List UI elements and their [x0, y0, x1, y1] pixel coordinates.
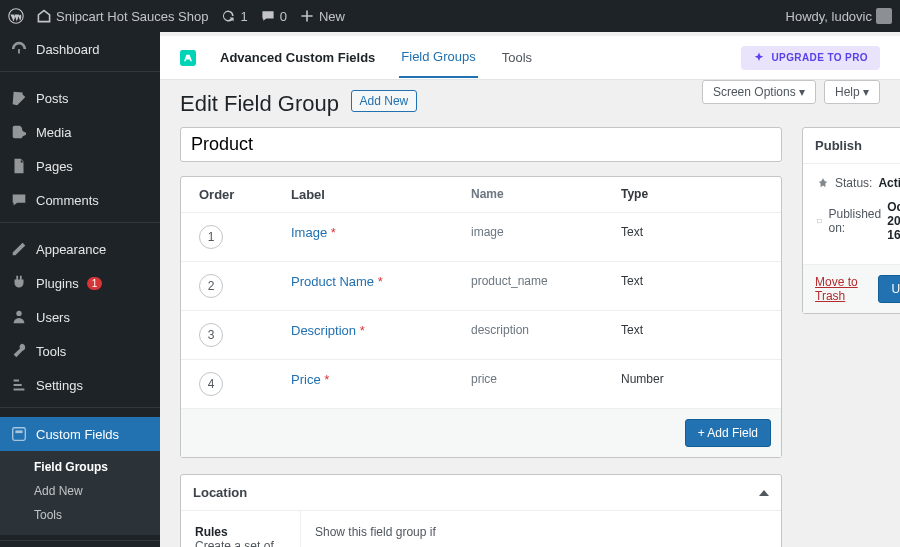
- updates-link[interactable]: 1: [220, 8, 247, 24]
- submenu-custom-fields: Field Groups Add New Tools: [0, 451, 160, 535]
- submenu-tools[interactable]: Tools: [0, 503, 160, 527]
- field-type: Text: [621, 323, 781, 347]
- field-row[interactable]: 3Description *descriptionText: [181, 311, 781, 360]
- menu-users[interactable]: Users: [0, 300, 160, 334]
- svg-rect-3: [15, 430, 22, 433]
- group-title-input[interactable]: [180, 127, 782, 162]
- location-toggle[interactable]: Location: [181, 475, 781, 511]
- col-type: Type: [621, 187, 781, 202]
- field-label-link[interactable]: Description: [291, 323, 356, 338]
- col-label: Label: [291, 187, 471, 202]
- chevron-up-icon: [759, 490, 769, 496]
- pin-icon: [817, 177, 829, 189]
- field-type: Text: [621, 274, 781, 298]
- svg-rect-2: [13, 428, 26, 441]
- field-type: Text: [621, 225, 781, 249]
- publish-toggle[interactable]: Publish: [803, 128, 900, 164]
- new-content-link[interactable]: New: [299, 8, 345, 24]
- order-handle[interactable]: 1: [199, 225, 223, 249]
- field-row[interactable]: 2Product Name *product_nameText: [181, 262, 781, 311]
- site-name-link[interactable]: Snipcart Hot Sauces Shop: [36, 8, 208, 24]
- screen-options-button[interactable]: Screen Options ▾: [702, 80, 816, 104]
- submenu-add-new[interactable]: Add New: [0, 479, 160, 503]
- avatar: [876, 8, 892, 24]
- field-name: description: [471, 323, 621, 347]
- field-name: price: [471, 372, 621, 396]
- menu-dashboard[interactable]: Dashboard: [0, 32, 160, 66]
- publish-box: Publish Status: Active Edit Published on…: [802, 127, 900, 314]
- plugins-badge: 1: [87, 277, 103, 290]
- order-handle[interactable]: 2: [199, 274, 223, 298]
- field-label-link[interactable]: Image: [291, 225, 327, 240]
- sparkle-icon: [753, 52, 765, 64]
- add-new-button[interactable]: Add New: [351, 90, 418, 112]
- wordpress-logo[interactable]: [8, 8, 24, 24]
- col-order: Order: [181, 187, 291, 202]
- order-handle[interactable]: 4: [199, 372, 223, 396]
- submenu-field-groups[interactable]: Field Groups: [0, 455, 160, 479]
- location-panel: Location RulesCreate a set of rules to d…: [180, 474, 782, 547]
- field-label-link[interactable]: Price: [291, 372, 321, 387]
- field-row[interactable]: 1Image *imageText: [181, 213, 781, 262]
- acf-logo-icon: [180, 50, 196, 66]
- menu-appearance[interactable]: Appearance: [0, 232, 160, 266]
- tab-field-groups[interactable]: Field Groups: [399, 37, 477, 78]
- help-button[interactable]: Help ▾: [824, 80, 880, 104]
- admin-bar: Snipcart Hot Sauces Shop 1 0 New Howdy, …: [0, 0, 900, 32]
- col-name: Name: [471, 187, 621, 202]
- page-title: Edit Field Group: [180, 91, 339, 117]
- menu-media[interactable]: Media: [0, 115, 160, 149]
- svg-point-1: [16, 311, 21, 316]
- field-row[interactable]: 4Price *priceNumber: [181, 360, 781, 408]
- menu-pages[interactable]: Pages: [0, 149, 160, 183]
- tab-tools[interactable]: Tools: [500, 38, 534, 77]
- howdy-user[interactable]: Howdy, ludovic: [786, 8, 892, 24]
- move-to-trash-link[interactable]: Move to Trash: [815, 275, 878, 303]
- field-label-link[interactable]: Product Name: [291, 274, 374, 289]
- menu-custom-fields[interactable]: Custom Fields: [0, 417, 160, 451]
- calendar-icon: [817, 215, 822, 227]
- field-name: image: [471, 225, 621, 249]
- acf-tabs: Advanced Custom Fields Field Groups Tool…: [160, 36, 900, 80]
- field-type: Number: [621, 372, 781, 396]
- add-field-button[interactable]: + Add Field: [685, 419, 771, 447]
- menu-posts[interactable]: Posts: [0, 81, 160, 115]
- menu-tools[interactable]: Tools: [0, 334, 160, 368]
- menu-comments[interactable]: Comments: [0, 183, 160, 217]
- admin-sidebar: Dashboard Posts Media Pages Comments App…: [0, 32, 160, 547]
- comments-link[interactable]: 0: [260, 8, 287, 24]
- field-name: product_name: [471, 274, 621, 298]
- menu-plugins[interactable]: Plugins1: [0, 266, 160, 300]
- tab-acf-title[interactable]: Advanced Custom Fields: [218, 38, 377, 77]
- svg-rect-6: [818, 219, 822, 223]
- upgrade-to-pro-button[interactable]: UPGRADE TO PRO: [741, 46, 880, 70]
- location-hint: Show this field group if: [315, 525, 767, 539]
- update-button[interactable]: Update: [878, 275, 900, 303]
- menu-settings[interactable]: Settings: [0, 368, 160, 402]
- order-handle[interactable]: 3: [199, 323, 223, 347]
- fields-table: Order Label Name Type 1Image *imageText2…: [180, 176, 782, 458]
